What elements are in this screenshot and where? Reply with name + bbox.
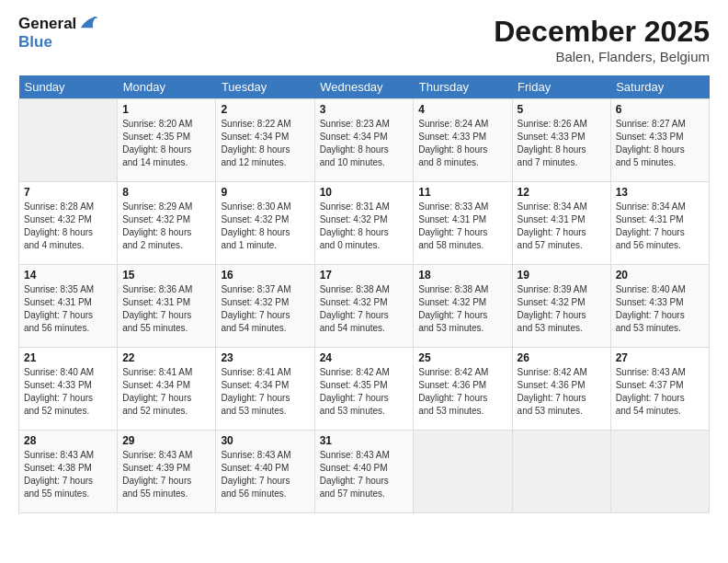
day-number: 27 [616,351,704,364]
day-info: Sunrise: 8:41 AM Sunset: 4:34 PM Dayligh… [221,366,309,418]
table-row: 3Sunrise: 8:23 AM Sunset: 4:34 PM Daylig… [314,99,414,182]
col-saturday: Saturday [610,75,709,99]
day-info: Sunrise: 8:43 AM Sunset: 4:39 PM Dayligh… [122,449,210,500]
day-info: Sunrise: 8:23 AM Sunset: 4:34 PM Dayligh… [320,118,409,169]
table-row: 18Sunrise: 8:38 AM Sunset: 4:32 PM Dayli… [414,265,512,348]
day-info: Sunrise: 8:36 AM Sunset: 4:31 PM Dayligh… [122,283,210,335]
table-row: 9Sunrise: 8:30 AM Sunset: 4:32 PM Daylig… [216,182,314,265]
table-row: 21Sunrise: 8:40 AM Sunset: 4:33 PM Dayli… [19,348,118,431]
day-info: Sunrise: 8:26 AM Sunset: 4:33 PM Dayligh… [518,118,606,169]
table-row: 7Sunrise: 8:28 AM Sunset: 4:32 PM Daylig… [19,182,118,265]
day-info: Sunrise: 8:42 AM Sunset: 4:36 PM Dayligh… [418,366,506,418]
day-info: Sunrise: 8:33 AM Sunset: 4:31 PM Dayligh… [418,201,506,252]
day-info: Sunrise: 8:43 AM Sunset: 4:37 PM Dayligh… [616,366,704,418]
day-number: 3 [320,103,409,116]
day-info: Sunrise: 8:42 AM Sunset: 4:35 PM Dayligh… [320,366,409,418]
table-row [610,431,709,513]
day-number: 26 [518,351,606,364]
day-info: Sunrise: 8:43 AM Sunset: 4:40 PM Dayligh… [320,449,409,500]
day-number: 21 [24,351,112,364]
month-title: December 2025 [494,15,710,49]
day-number: 10 [320,186,409,199]
col-sunday: Sunday [19,75,118,99]
table-row: 31Sunrise: 8:43 AM Sunset: 4:40 PM Dayli… [314,431,414,513]
col-monday: Monday [118,75,216,99]
table-row: 15Sunrise: 8:36 AM Sunset: 4:31 PM Dayli… [118,265,216,348]
day-number: 6 [616,103,704,116]
logo-bird-icon [78,13,98,33]
table-row: 5Sunrise: 8:26 AM Sunset: 4:33 PM Daylig… [512,99,610,182]
day-info: Sunrise: 8:30 AM Sunset: 4:32 PM Dayligh… [221,201,309,252]
day-number: 14 [24,269,112,282]
day-number: 2 [221,103,309,116]
table-row: 20Sunrise: 8:40 AM Sunset: 4:33 PM Dayli… [610,265,709,348]
calendar-header-row: Sunday Monday Tuesday Wednesday Thursday… [19,75,710,99]
day-info: Sunrise: 8:40 AM Sunset: 4:33 PM Dayligh… [616,283,704,335]
table-row: 25Sunrise: 8:42 AM Sunset: 4:36 PM Dayli… [414,348,512,431]
day-number: 31 [320,434,409,447]
table-row: 14Sunrise: 8:35 AM Sunset: 4:31 PM Dayli… [19,265,118,348]
page: General Blue December 2025 Balen, Flande… [0,0,728,563]
day-number: 24 [320,351,409,364]
table-row: 26Sunrise: 8:42 AM Sunset: 4:36 PM Dayli… [512,348,610,431]
col-wednesday: Wednesday [314,75,414,99]
subtitle: Balen, Flanders, Belgium [494,49,710,64]
day-info: Sunrise: 8:40 AM Sunset: 4:33 PM Dayligh… [24,366,112,418]
table-row: 12Sunrise: 8:34 AM Sunset: 4:31 PM Dayli… [512,182,610,265]
day-number: 12 [518,186,606,199]
logo-blue: Blue [18,33,98,52]
table-row: 28Sunrise: 8:43 AM Sunset: 4:38 PM Dayli… [19,431,118,513]
day-number: 7 [24,186,112,199]
col-tuesday: Tuesday [216,75,314,99]
table-row: 16Sunrise: 8:37 AM Sunset: 4:32 PM Dayli… [216,265,314,348]
day-info: Sunrise: 8:41 AM Sunset: 4:34 PM Dayligh… [122,366,210,418]
day-info: Sunrise: 8:20 AM Sunset: 4:35 PM Dayligh… [122,118,210,169]
day-info: Sunrise: 8:43 AM Sunset: 4:40 PM Dayligh… [221,449,309,500]
table-row: 11Sunrise: 8:33 AM Sunset: 4:31 PM Dayli… [414,182,512,265]
day-info: Sunrise: 8:37 AM Sunset: 4:32 PM Dayligh… [221,283,309,335]
table-row: 6Sunrise: 8:27 AM Sunset: 4:33 PM Daylig… [610,99,709,182]
header: General Blue December 2025 Balen, Flande… [18,15,710,64]
table-row: 23Sunrise: 8:41 AM Sunset: 4:34 PM Dayli… [216,348,314,431]
table-row: 4Sunrise: 8:24 AM Sunset: 4:33 PM Daylig… [414,99,512,182]
table-row [414,431,512,513]
table-row: 30Sunrise: 8:43 AM Sunset: 4:40 PM Dayli… [216,431,314,513]
col-thursday: Thursday [414,75,512,99]
table-row: 27Sunrise: 8:43 AM Sunset: 4:37 PM Dayli… [610,348,709,431]
col-friday: Friday [512,75,610,99]
day-info: Sunrise: 8:34 AM Sunset: 4:31 PM Dayligh… [616,201,704,252]
day-info: Sunrise: 8:38 AM Sunset: 4:32 PM Dayligh… [418,283,506,335]
table-row: 24Sunrise: 8:42 AM Sunset: 4:35 PM Dayli… [314,348,414,431]
day-number: 11 [418,186,506,199]
day-info: Sunrise: 8:28 AM Sunset: 4:32 PM Dayligh… [24,201,112,252]
day-number: 1 [122,103,210,116]
table-row: 8Sunrise: 8:29 AM Sunset: 4:32 PM Daylig… [118,182,216,265]
table-row: 1Sunrise: 8:20 AM Sunset: 4:35 PM Daylig… [118,99,216,182]
day-number: 29 [122,434,210,447]
day-number: 5 [518,103,606,116]
table-row: 10Sunrise: 8:31 AM Sunset: 4:32 PM Dayli… [314,182,414,265]
table-row: 29Sunrise: 8:43 AM Sunset: 4:39 PM Dayli… [118,431,216,513]
day-info: Sunrise: 8:43 AM Sunset: 4:38 PM Dayligh… [24,449,112,500]
day-info: Sunrise: 8:42 AM Sunset: 4:36 PM Dayligh… [518,366,606,418]
day-number: 28 [24,434,112,447]
table-row: 2Sunrise: 8:22 AM Sunset: 4:34 PM Daylig… [216,99,314,182]
calendar: Sunday Monday Tuesday Wednesday Thursday… [18,75,710,513]
day-info: Sunrise: 8:35 AM Sunset: 4:31 PM Dayligh… [24,283,112,335]
logo: General Blue [18,15,98,51]
day-number: 25 [418,351,506,364]
day-number: 9 [221,186,309,199]
title-block: December 2025 Balen, Flanders, Belgium [494,15,710,64]
day-info: Sunrise: 8:24 AM Sunset: 4:33 PM Dayligh… [418,118,506,169]
table-row: 13Sunrise: 8:34 AM Sunset: 4:31 PM Dayli… [610,182,709,265]
day-number: 20 [616,269,704,282]
table-row [512,431,610,513]
day-info: Sunrise: 8:22 AM Sunset: 4:34 PM Dayligh… [221,118,309,169]
table-row: 19Sunrise: 8:39 AM Sunset: 4:32 PM Dayli… [512,265,610,348]
day-number: 18 [418,269,506,282]
day-info: Sunrise: 8:39 AM Sunset: 4:32 PM Dayligh… [518,283,606,335]
day-info: Sunrise: 8:38 AM Sunset: 4:32 PM Dayligh… [320,283,409,335]
table-row: 22Sunrise: 8:41 AM Sunset: 4:34 PM Dayli… [118,348,216,431]
table-row [19,99,118,182]
day-number: 23 [221,351,309,364]
